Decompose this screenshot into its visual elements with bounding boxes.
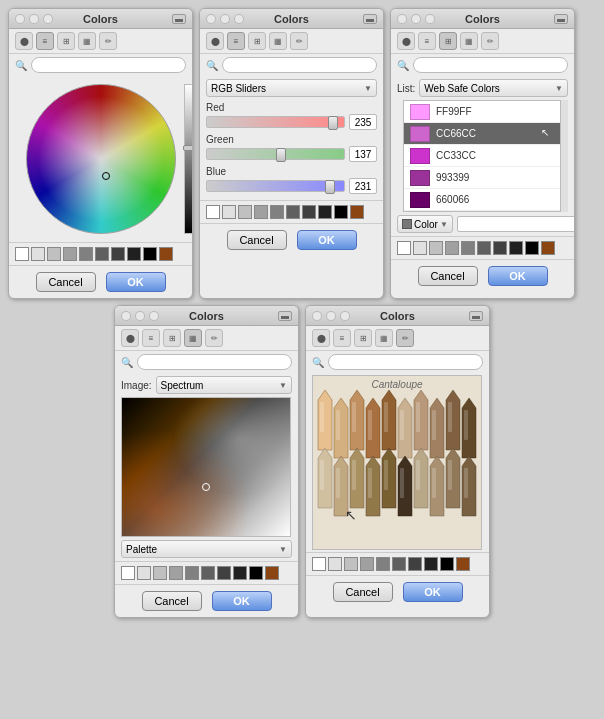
collapse-button-5[interactable] <box>469 311 483 321</box>
red-track[interactable] <box>206 116 345 128</box>
swatch-s2[interactable] <box>153 566 167 580</box>
image-icon-4[interactable]: ▦ <box>184 329 202 347</box>
ok-button-2[interactable]: OK <box>297 230 357 250</box>
sliders-icon-4[interactable]: ≡ <box>142 329 160 347</box>
swatch-white-4[interactable] <box>121 566 135 580</box>
cancel-button-1[interactable]: Cancel <box>36 272 96 292</box>
list-item-ff99ff[interactable]: FF99FF <box>404 101 561 123</box>
palette-dropdown[interactable]: Palette ▼ <box>121 540 292 558</box>
swatch-r3[interactable] <box>254 205 268 219</box>
swatch-s4[interactable] <box>185 566 199 580</box>
color-filter-dropdown[interactable]: Color ▼ <box>397 215 453 233</box>
cancel-button-4[interactable]: Cancel <box>142 591 202 611</box>
swatch-r5[interactable] <box>286 205 300 219</box>
minimize-button-2[interactable] <box>220 14 230 24</box>
blue-track[interactable] <box>206 180 345 192</box>
crayon-icon-1[interactable]: ✏ <box>99 32 117 50</box>
color-search-input[interactable] <box>457 216 575 232</box>
brightness-slider[interactable] <box>184 84 194 234</box>
swatch-r2[interactable] <box>238 205 252 219</box>
swatch-8[interactable] <box>159 247 173 261</box>
search-input-5[interactable] <box>328 354 483 370</box>
swatch-c8[interactable] <box>456 557 470 571</box>
green-track[interactable] <box>206 148 345 160</box>
ok-button-4[interactable]: OK <box>212 591 272 611</box>
close-button-5[interactable] <box>312 311 322 321</box>
close-button-1[interactable] <box>15 14 25 24</box>
collapse-button-2[interactable] <box>363 14 377 24</box>
swatch-w6[interactable] <box>493 241 507 255</box>
swatch-black-3[interactable] <box>525 241 539 255</box>
close-button-2[interactable] <box>206 14 216 24</box>
list-scrollbar[interactable] <box>560 100 568 212</box>
swatch-white-2[interactable] <box>206 205 220 219</box>
swatch-c6[interactable] <box>408 557 422 571</box>
maximize-button-3[interactable] <box>425 14 435 24</box>
swatch-s5[interactable] <box>201 566 215 580</box>
minimize-button-4[interactable] <box>135 311 145 321</box>
maximize-button-4[interactable] <box>149 311 159 321</box>
sliders-icon[interactable]: ≡ <box>36 32 54 50</box>
swatch-s6[interactable] <box>217 566 231 580</box>
crayon-icon-4[interactable]: ✏ <box>205 329 223 347</box>
swatch-s7[interactable] <box>233 566 247 580</box>
ok-button-3[interactable]: OK <box>488 266 548 286</box>
swatch-1[interactable] <box>31 247 45 261</box>
search-input-3[interactable] <box>413 57 568 73</box>
swatch-r6[interactable] <box>302 205 316 219</box>
swatch-4[interactable] <box>79 247 93 261</box>
image-dropdown[interactable]: Spectrum ▼ <box>156 376 292 394</box>
grid-icon[interactable]: ⊞ <box>57 32 75 50</box>
crayon-icon-5[interactable]: ✏ <box>396 329 414 347</box>
wheel-icon-5[interactable]: ⬤ <box>312 329 330 347</box>
sliders-icon-5[interactable]: ≡ <box>333 329 351 347</box>
search-input-1[interactable] <box>31 57 186 73</box>
swatch-white-3[interactable] <box>397 241 411 255</box>
swatch-w4[interactable] <box>461 241 475 255</box>
sliders-icon-3[interactable]: ≡ <box>418 32 436 50</box>
swatch-r7[interactable] <box>318 205 332 219</box>
swatch-w2[interactable] <box>429 241 443 255</box>
swatch-w7[interactable] <box>509 241 523 255</box>
list-type-dropdown[interactable]: Web Safe Colors ▼ <box>419 79 568 97</box>
wheel-icon-3[interactable]: ⬤ <box>397 32 415 50</box>
red-value[interactable]: 235 <box>349 114 377 130</box>
collapse-button-4[interactable] <box>278 311 292 321</box>
minimize-button-1[interactable] <box>29 14 39 24</box>
swatch-r8[interactable] <box>350 205 364 219</box>
swatch-c5[interactable] <box>392 557 406 571</box>
swatch-c1[interactable] <box>328 557 342 571</box>
swatch-2[interactable] <box>47 247 61 261</box>
minimize-button-5[interactable] <box>326 311 336 321</box>
swatch-r4[interactable] <box>270 205 284 219</box>
swatch-w8[interactable] <box>541 241 555 255</box>
swatch-black-5[interactable] <box>440 557 454 571</box>
cancel-button-3[interactable]: Cancel <box>418 266 478 286</box>
swatch-black-4[interactable] <box>249 566 263 580</box>
crayons-canvas[interactable]: Cantaloupe <box>312 375 482 550</box>
grid-icon-3[interactable]: ⊞ <box>439 32 457 50</box>
close-button-4[interactable] <box>121 311 131 321</box>
image-icon-5[interactable]: ▦ <box>375 329 393 347</box>
swatch-s8[interactable] <box>265 566 279 580</box>
mode-dropdown[interactable]: RGB Sliders ▼ <box>206 79 377 97</box>
collapse-button-3[interactable] <box>554 14 568 24</box>
list-item-cc33cc[interactable]: CC33CC <box>404 145 561 167</box>
wheel-icon-2[interactable]: ⬤ <box>206 32 224 50</box>
swatch-s1[interactable] <box>137 566 151 580</box>
swatch-w3[interactable] <box>445 241 459 255</box>
sliders-icon-2[interactable]: ≡ <box>227 32 245 50</box>
spectrum-canvas[interactable] <box>121 397 291 537</box>
grid-icon-2[interactable]: ⊞ <box>248 32 266 50</box>
maximize-button-5[interactable] <box>340 311 350 321</box>
image-icon-3[interactable]: ▦ <box>460 32 478 50</box>
image-icon-2[interactable]: ▦ <box>269 32 287 50</box>
crayon-icon-3[interactable]: ✏ <box>481 32 499 50</box>
swatch-black-1[interactable] <box>143 247 157 261</box>
green-value[interactable]: 137 <box>349 146 377 162</box>
cancel-button-5[interactable]: Cancel <box>333 582 393 602</box>
minimize-button-3[interactable] <box>411 14 421 24</box>
maximize-button-2[interactable] <box>234 14 244 24</box>
grid-icon-4[interactable]: ⊞ <box>163 329 181 347</box>
maximize-button-1[interactable] <box>43 14 53 24</box>
